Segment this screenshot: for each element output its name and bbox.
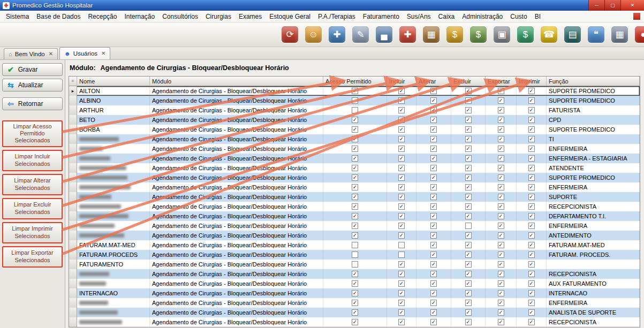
acesso-permitido-checkbox[interactable]	[352, 136, 358, 142]
imprimir-checkbox[interactable]	[528, 203, 535, 210]
table-row[interactable]: Agendamento de Cirurgias - Bloquear/Desb…	[69, 317, 640, 327]
close-button[interactable]	[620, 0, 644, 11]
tab-bem-vindo[interactable]: ⌂Bem Vindo	[4, 48, 58, 59]
menu-item-consultorios[interactable]: Consultórios	[158, 12, 202, 21]
table-row[interactable]: ARTHURAgendamento de Cirurgias - Bloquea…	[69, 105, 640, 115]
exportar-checkbox[interactable]	[498, 213, 504, 219]
imprimir-checkbox[interactable]	[528, 184, 535, 190]
excluir-checkbox[interactable]	[465, 155, 472, 162]
exportar-checkbox[interactable]	[498, 126, 504, 133]
incluir-checkbox[interactable]	[398, 88, 405, 94]
column-exportar[interactable]: Exportar	[486, 77, 517, 86]
imprimir-checkbox[interactable]	[528, 309, 535, 316]
exportar-checkbox[interactable]	[498, 165, 504, 171]
stock-icon[interactable]: ▦	[423, 26, 440, 43]
column-nome[interactable]: Nome	[77, 77, 150, 86]
imprimir-checkbox[interactable]	[528, 165, 535, 171]
incluir-checkbox[interactable]	[398, 194, 405, 200]
acesso-permitido-checkbox[interactable]	[352, 117, 358, 123]
menu-item-estoque-geral[interactable]: Estoque Geral	[266, 12, 314, 21]
excluir-checkbox[interactable]	[465, 126, 472, 133]
incluir-checkbox[interactable]	[398, 146, 405, 152]
exportar-checkbox[interactable]	[498, 271, 504, 277]
table-row[interactable]: Agendamento de Cirurgias - Bloquear/Desb…	[69, 279, 640, 288]
acesso-permitido-checkbox[interactable]	[352, 155, 358, 162]
exportar-checkbox[interactable]	[498, 309, 504, 316]
imprimir-checkbox[interactable]	[528, 213, 535, 219]
column-acesso-permitido[interactable]: Acesso Permitido	[323, 77, 387, 86]
exportar-checkbox[interactable]	[498, 319, 504, 325]
excluir-checkbox[interactable]	[465, 184, 472, 190]
incluir-checkbox[interactable]	[398, 319, 405, 325]
alterar-checkbox[interactable]	[430, 309, 437, 316]
excluir-checkbox[interactable]	[465, 97, 472, 104]
table-row[interactable]: BETOAgendamento de Cirurgias - Bloquear/…	[69, 115, 640, 125]
exportar-checkbox[interactable]	[498, 194, 504, 200]
acesso-permitido-checkbox[interactable]	[352, 174, 358, 181]
table-row[interactable]: AILTONAgendamento de Cirurgias - Bloquea…	[69, 86, 640, 96]
imprimir-checkbox[interactable]	[528, 232, 535, 239]
menu-item-custo[interactable]: Custo	[506, 12, 531, 21]
column-alterar[interactable]: Alterar	[416, 77, 451, 86]
column-incluir[interactable]: Incluir	[387, 77, 416, 86]
acesso-permitido-checkbox[interactable]	[352, 194, 358, 200]
excluir-checkbox[interactable]	[465, 309, 472, 316]
imprimir-checkbox[interactable]	[528, 126, 535, 133]
table-row[interactable]: FATURAM.MAT-MEDAgendamento de Cirurgias …	[69, 240, 640, 250]
retornar-button[interactable]: ⇦Retornar	[2, 97, 63, 110]
table-row[interactable]: Agendamento de Cirurgias - Bloquear/Desb…	[69, 144, 640, 154]
imprimir-checkbox[interactable]	[528, 242, 535, 248]
imprimir-checkbox[interactable]	[528, 280, 535, 287]
acesso-permitido-checkbox[interactable]	[352, 203, 358, 210]
tab-close-icon[interactable]	[49, 51, 53, 57]
menu-item-base-de-dados[interactable]: Base de Dados	[33, 12, 84, 21]
limpar-alterar-selecionados-button[interactable]: Limpar Alterar Selecionados	[2, 174, 63, 195]
table-row[interactable]: INTERNACAOAgendamento de Cirurgias - Blo…	[69, 288, 640, 298]
exportar-checkbox[interactable]	[498, 184, 504, 190]
phone-icon[interactable]: ☎	[541, 26, 557, 43]
acesso-permitido-checkbox[interactable]	[352, 280, 358, 287]
incluir-checkbox[interactable]	[398, 165, 405, 171]
imprimir-checkbox[interactable]	[528, 194, 535, 200]
excluir-checkbox[interactable]	[465, 261, 472, 268]
imprimir-checkbox[interactable]	[528, 223, 535, 229]
acesso-permitido-checkbox[interactable]	[352, 300, 358, 306]
acesso-permitido-checkbox[interactable]	[352, 165, 358, 171]
menu-item-cirurgias[interactable]: Cirurgias	[202, 12, 235, 21]
incluir-checkbox[interactable]	[398, 300, 405, 306]
acesso-permitido-checkbox[interactable]	[352, 223, 358, 229]
alterar-checkbox[interactable]	[430, 232, 437, 239]
acesso-permitido-checkbox[interactable]	[352, 184, 358, 190]
menu-item-exames[interactable]: Exames	[235, 12, 266, 21]
imprimir-checkbox[interactable]	[528, 117, 535, 123]
incluir-checkbox[interactable]	[398, 213, 405, 219]
acesso-permitido-checkbox[interactable]	[352, 146, 358, 152]
table-row[interactable]: Agendamento de Cirurgias - Bloquear/Desb…	[69, 163, 640, 173]
excluir-checkbox[interactable]	[465, 203, 472, 210]
table-row[interactable]: Agendamento de Cirurgias - Bloquear/Desb…	[69, 211, 640, 221]
acesso-permitido-checkbox[interactable]	[352, 107, 358, 113]
alterar-checkbox[interactable]	[430, 271, 437, 277]
exportar-checkbox[interactable]	[498, 242, 504, 248]
column-modulo[interactable]: Módulo	[150, 77, 323, 86]
menu-item-faturamento[interactable]: Faturamento	[359, 12, 403, 21]
incluir-checkbox[interactable]	[398, 261, 405, 268]
incluir-checkbox[interactable]	[398, 280, 405, 287]
sync-icon[interactable]: ⟳	[282, 26, 298, 43]
acesso-permitido-checkbox[interactable]	[352, 213, 358, 219]
excluir-checkbox[interactable]	[465, 88, 472, 94]
alterar-checkbox[interactable]	[430, 97, 437, 104]
alterar-checkbox[interactable]	[430, 261, 437, 268]
imprimir-checkbox[interactable]	[528, 97, 535, 104]
imprimir-checkbox[interactable]	[528, 88, 535, 94]
incluir-checkbox[interactable]	[398, 184, 405, 190]
table-row[interactable]: FATURAM.PROCEDSAgendamento de Cirurgias …	[69, 250, 640, 260]
exportar-checkbox[interactable]	[498, 290, 504, 296]
ambulance-icon[interactable]: ✚	[399, 26, 416, 43]
excluir-checkbox[interactable]	[465, 271, 472, 277]
excluir-checkbox[interactable]	[465, 146, 472, 152]
alert-icon[interactable]: ●	[635, 26, 644, 43]
incluir-checkbox[interactable]	[398, 107, 405, 113]
incluir-checkbox[interactable]	[398, 203, 405, 210]
imprimir-checkbox[interactable]	[528, 290, 535, 296]
